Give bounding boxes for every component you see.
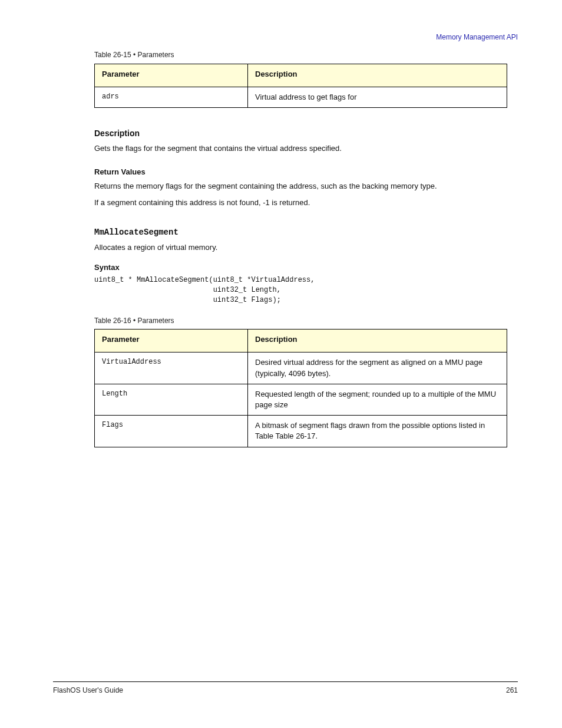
table2-col1: Description — [248, 330, 507, 353]
table1-col0: Parameter — [95, 64, 248, 87]
table2-desc0: Desired virtual address for the segment … — [248, 353, 507, 384]
syntax-heading: Syntax — [94, 262, 509, 273]
table-row: adrs Virtual address to get flags for — [95, 87, 507, 107]
page-footer: FlashOS User's Guide 261 — [53, 681, 518, 696]
table2-param1: Length — [95, 384, 248, 415]
table1-col1: Description — [248, 64, 507, 87]
table1-desc0: Virtual address to get flags for — [248, 87, 507, 107]
description-heading: Description — [94, 128, 509, 140]
footer-right: 261 — [506, 686, 518, 696]
table-row: VirtualAddress Desired virtual address f… — [95, 353, 507, 384]
table2-col0: Parameter — [95, 330, 248, 353]
table-row: Flags A bitmask of segment flags drawn f… — [95, 416, 507, 447]
table1-caption: Table 26-15 • Parameters — [94, 50, 509, 60]
table1-param0: adrs — [95, 87, 248, 107]
function-signature: uint8_t * MmAllocateSegment(uint8_t *Vir… — [94, 275, 509, 305]
table2: Parameter Description VirtualAddress Des… — [94, 329, 507, 447]
header-link[interactable]: Memory Management API — [436, 32, 518, 42]
return-values-heading: Return Values — [94, 167, 509, 177]
description-text: Gets the flags for the segment that cont… — [94, 143, 507, 154]
table-header-row: Parameter Description — [95, 64, 507, 87]
table1: Parameter Description adrs Virtual addre… — [94, 64, 507, 108]
table2-param0: VirtualAddress — [95, 353, 248, 384]
return-values-text2: If a segment containing this address is … — [94, 197, 507, 208]
table2-desc2: A bitmask of segment flags drawn from th… — [248, 416, 507, 447]
function-name: MmAllocateSegment — [94, 227, 509, 239]
footer-left: FlashOS User's Guide — [53, 686, 123, 696]
function-summary: Allocates a region of virtual memory. — [94, 242, 509, 253]
table-row: Length Requested length of the segment; … — [95, 384, 507, 415]
table2-desc1: Requested length of the segment; rounded… — [248, 384, 507, 415]
return-values-text1: Returns the memory flags for the segment… — [94, 181, 507, 192]
table2-caption: Table 26-16 • Parameters — [94, 316, 509, 326]
table2-param2: Flags — [95, 416, 248, 447]
table-header-row: Parameter Description — [95, 330, 507, 353]
